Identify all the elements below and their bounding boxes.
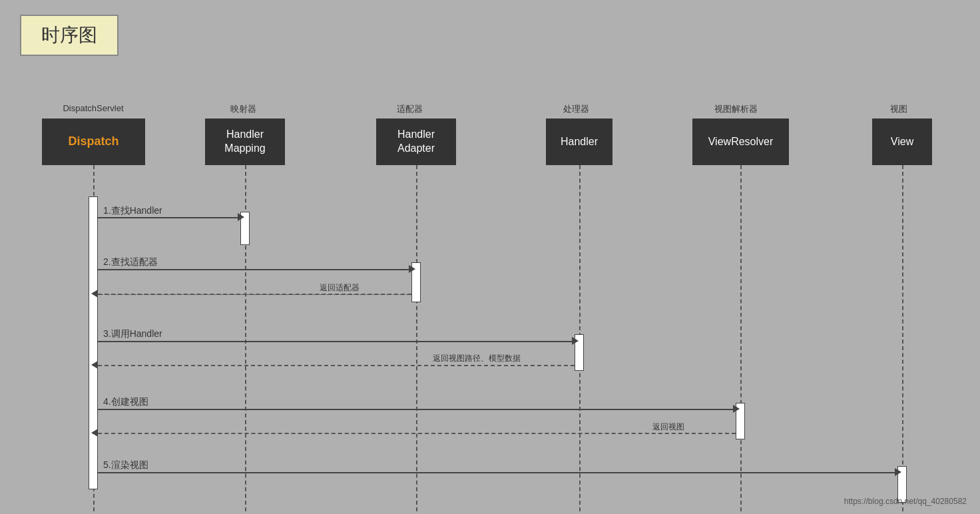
arrowhead-2 xyxy=(409,265,415,273)
arrow-label-return-4: 返回视图 xyxy=(652,421,684,433)
arrowhead-5 xyxy=(895,468,901,476)
label-handler-mapping: 映射器 xyxy=(210,103,276,115)
arrowhead-return-3 xyxy=(91,361,98,369)
lifeline-view xyxy=(902,165,903,511)
arrow-label-return-3: 返回视图路径、模型数据 xyxy=(433,353,521,364)
step-label-2: 2.查找适配器 xyxy=(103,256,158,268)
arrowhead-3 xyxy=(572,337,579,345)
arrowhead-return-2 xyxy=(91,290,98,298)
box-view: View xyxy=(872,119,932,165)
box-dispatch: Dispatch xyxy=(42,119,145,165)
arrow-1 xyxy=(98,217,240,218)
box-handler: Handler xyxy=(546,119,612,165)
return-arrow-3 xyxy=(98,365,575,366)
label-handler: 处理器 xyxy=(546,103,606,115)
arrowhead-4 xyxy=(733,405,740,413)
box-view-resolver: ViewResolver xyxy=(692,119,789,165)
diagram-title: 时序图 xyxy=(20,15,119,56)
label-view-resolver: 视图解析器 xyxy=(692,103,779,115)
lifeline-handler-adapter xyxy=(416,165,417,511)
label-dispatch: DispatchServlet xyxy=(43,103,143,113)
step-label-3: 3.调用Handler xyxy=(103,328,162,340)
step-label-5: 5.渲染视图 xyxy=(103,459,148,471)
step-label-1: 1.查找Handler xyxy=(103,205,162,217)
box-handler-mapping: HandlerMapping xyxy=(205,119,285,165)
lifeline-view-resolver xyxy=(740,165,742,511)
arrowhead-return-4 xyxy=(91,429,98,437)
watermark: https://blog.csdn.net/qq_40280582 xyxy=(844,497,967,506)
return-arrow-4 xyxy=(98,433,736,434)
arrowhead-1 xyxy=(238,213,244,221)
label-handler-adapter: 适配器 xyxy=(376,103,443,115)
arrow-label-return-2: 返回适配器 xyxy=(320,282,360,294)
return-arrow-2 xyxy=(98,294,411,295)
activation-dispatch-main xyxy=(89,196,98,489)
arrow-4 xyxy=(98,409,736,410)
arrow-5 xyxy=(98,472,897,473)
arrow-2 xyxy=(98,269,411,270)
label-view: 视图 xyxy=(872,103,925,115)
step-label-4: 4.创建视图 xyxy=(103,396,148,408)
arrow-3 xyxy=(98,341,575,342)
box-handler-adapter: HandlerAdapter xyxy=(376,119,456,165)
